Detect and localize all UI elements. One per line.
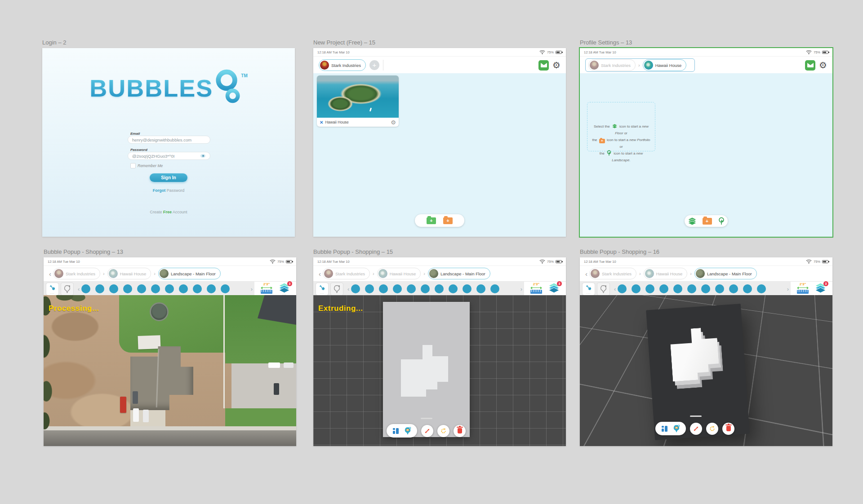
bubble-dot[interactable] — [701, 284, 710, 293]
crumb-chip-stark-industries[interactable]: Stark Industries — [53, 268, 100, 279]
drag-handle[interactable] — [421, 418, 432, 419]
bubble-dot[interactable] — [393, 284, 402, 293]
mail-button[interactable] — [805, 60, 815, 71]
scale-button[interactable] — [421, 425, 433, 437]
project-card-gear-button[interactable]: ⚙ — [391, 119, 396, 126]
bubble-dot[interactable] — [435, 284, 444, 293]
delete-button[interactable] — [454, 425, 466, 437]
bubble-dot[interactable] — [743, 284, 752, 293]
bubble-dot[interactable] — [659, 284, 668, 293]
settings-gear-button[interactable]: ⚙ — [819, 61, 827, 70]
measure-tool-button[interactable]: 2'3" ... — [797, 283, 809, 296]
breadcrumb-input[interactable]: Stark Industries › Hawaii House — [585, 58, 695, 72]
bubbles-scroll-left[interactable]: ‹ — [346, 286, 351, 292]
bubble-dot[interactable] — [137, 284, 146, 293]
bubble-wand-tool-button[interactable] — [61, 283, 74, 296]
bubble-dot[interactable] — [165, 284, 174, 293]
bubble-dot[interactable] — [463, 284, 472, 293]
bubbles-scroll-right[interactable]: › — [249, 286, 254, 292]
bubble-dot[interactable] — [449, 284, 458, 293]
bubble-wand-tool-button[interactable] — [597, 283, 610, 296]
crumb-chip-hawaii-house[interactable]: Hawaii House — [643, 59, 687, 71]
split-view-button[interactable] — [393, 428, 399, 434]
back-button[interactable]: ‹ — [585, 270, 587, 277]
bubble-dot[interactable] — [207, 284, 216, 293]
bubble-dot[interactable] — [193, 284, 202, 293]
crumb-chip-hawaii-house[interactable]: Hawaii House — [107, 268, 151, 279]
layers-tool-button[interactable]: 3 ... — [815, 283, 826, 295]
crumb-chip-landscape-main-floor[interactable]: Landscape - Main Floor — [428, 268, 490, 279]
bubble-dot[interactable] — [421, 284, 430, 293]
crumb-chip-landscape-main-floor[interactable]: Landscape - Main Floor — [694, 268, 757, 279]
show-password-eye-icon[interactable] — [200, 154, 205, 158]
delete-button[interactable] — [722, 423, 734, 435]
layers-tool-button[interactable]: 3 ... — [548, 283, 560, 295]
bubble-dot[interactable] — [618, 284, 627, 293]
bubble-dot[interactable] — [476, 284, 485, 293]
bubble-dot[interactable] — [151, 284, 160, 293]
measure-tool-button[interactable]: 2'3" ... — [261, 283, 272, 296]
three-d-canvas[interactable] — [580, 295, 832, 446]
bubble-dot[interactable] — [757, 284, 766, 293]
dig-tool-button[interactable]: ... — [46, 283, 58, 295]
dig-tool-button[interactable]: ... — [316, 283, 328, 295]
new-project-button[interactable]: + — [427, 217, 436, 224]
new-floor-button[interactable] — [688, 217, 697, 225]
bubble-dot[interactable] — [379, 284, 388, 293]
extruded-building[interactable] — [669, 327, 720, 381]
bubble-dot[interactable] — [632, 284, 641, 293]
create-account-link[interactable]: Create Free Account — [42, 210, 295, 214]
bubble-dot[interactable] — [673, 284, 682, 293]
rotate-button[interactable] — [437, 425, 449, 437]
layers-tool-button[interactable]: 3 ... — [279, 283, 290, 295]
floor-footprint[interactable] — [401, 345, 448, 397]
crumb-chip-hawaii-house[interactable]: Hawaii House — [377, 268, 421, 279]
bubble-dot[interactable] — [729, 284, 738, 293]
new-portfolio-button[interactable]: + — [703, 218, 712, 225]
bubble-dot[interactable] — [687, 284, 696, 293]
bubble-dot[interactable] — [351, 284, 360, 293]
bubble-dot[interactable] — [109, 284, 118, 293]
scale-button[interactable] — [690, 423, 702, 435]
dig-tool-button[interactable]: ... — [583, 283, 595, 295]
crumb-chip-hawaii-house[interactable]: Hawaii House — [644, 268, 688, 279]
new-portfolio-button[interactable]: + — [443, 217, 453, 224]
back-button[interactable]: ‹ — [319, 270, 321, 277]
forgot-password-link[interactable]: Forgot Password — [42, 188, 295, 193]
crumb-chip-landscape-main-floor[interactable]: Landscape - Main Floor — [158, 268, 221, 279]
bubble-dot[interactable] — [95, 284, 104, 293]
plan-sheet[interactable] — [383, 302, 470, 437]
project-card-hawaii-house[interactable]: ✕ Hawaii House ⚙ — [317, 75, 399, 127]
plan-canvas[interactable] — [313, 295, 566, 446]
drag-handle[interactable] — [690, 416, 702, 417]
password-field[interactable] — [128, 152, 210, 160]
measure-tool-button[interactable]: 2'3" ... — [530, 283, 542, 296]
crumb-chip-stark-industries[interactable]: Stark Industries — [588, 59, 636, 71]
bubble-dot[interactable] — [81, 284, 90, 293]
back-button[interactable]: ‹ — [49, 270, 51, 277]
rotate-button[interactable] — [706, 423, 718, 435]
bubble-wand-tool-button[interactable] — [330, 283, 343, 296]
bubble-dot[interactable] — [123, 284, 132, 293]
bubble-dot[interactable] — [715, 284, 724, 293]
mail-button[interactable] — [538, 60, 549, 71]
settings-gear-button[interactable]: ⚙ — [552, 61, 561, 70]
bubble-pin-button[interactable] — [673, 424, 680, 433]
bubbles-scroll-left[interactable]: ‹ — [612, 286, 618, 292]
new-landscape-button[interactable] — [718, 217, 725, 225]
sign-in-button[interactable]: Sign In — [150, 173, 187, 182]
bubble-pin-button[interactable] — [404, 427, 411, 435]
bubble-dot[interactable] — [221, 284, 230, 293]
workspace-chip-stark-industries[interactable]: Stark Industries — [319, 59, 366, 71]
bubble-dot[interactable] — [179, 284, 188, 293]
bubbles-scroll-right[interactable]: › — [785, 286, 791, 292]
crumb-chip-stark-industries[interactable]: Stark Industries — [323, 268, 370, 279]
bubble-dot[interactable] — [407, 284, 416, 293]
bubble-dot[interactable] — [645, 284, 654, 293]
bubble-dot[interactable] — [490, 284, 499, 293]
bubble-dot[interactable] — [365, 284, 374, 293]
add-workspace-button[interactable]: + — [369, 60, 379, 70]
split-view-button[interactable] — [662, 426, 667, 432]
remember-me-checkbox[interactable] — [130, 163, 136, 168]
bubbles-scroll-left[interactable]: ‹ — [76, 286, 81, 292]
